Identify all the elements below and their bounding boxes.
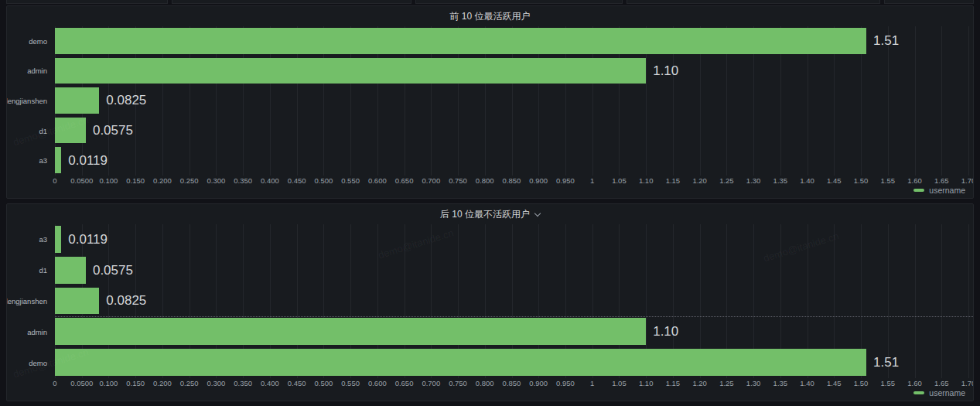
- x-tick-label: 1.50: [854, 176, 869, 185]
- value-label: 0.0119: [68, 153, 108, 169]
- bar-row: d10.0575: [7, 116, 968, 146]
- x-tick-label: 1.10: [639, 176, 654, 185]
- bar[interactable]: [55, 28, 866, 54]
- panel-top-10-active-users: 前 10 位最活跃用户 demo1.51admin1.10dengjianshe…: [6, 5, 974, 199]
- bar-track: 0.0575: [55, 255, 968, 286]
- x-tick-label: 1.30: [746, 379, 761, 387]
- legend-item-username[interactable]: username: [913, 388, 965, 397]
- x-tick-label: 0.300: [207, 379, 226, 387]
- x-tick-label: 0.0500: [70, 379, 93, 387]
- panel-title-top-active[interactable]: 前 10 位最活跃用户: [7, 6, 973, 26]
- clipped-panel: [172, 0, 411, 4]
- x-tick-label: 0.800: [476, 379, 494, 387]
- bar-track: 0.0119: [55, 145, 968, 176]
- x-tick-label: 0.900: [529, 379, 548, 387]
- category-label: a3: [7, 145, 55, 176]
- bar-track: 0.0119: [55, 224, 968, 255]
- bar[interactable]: [55, 58, 646, 84]
- x-tick-label: 0: [53, 176, 56, 185]
- bar[interactable]: [55, 349, 866, 376]
- x-tick-label: 0.400: [261, 176, 279, 185]
- x-tick-label: 0.850: [503, 379, 521, 387]
- x-tick-label: 0.450: [288, 379, 306, 387]
- x-tick-label: 1.35: [773, 379, 788, 387]
- x-tick-label: 0.550: [341, 379, 360, 387]
- x-tick-label: 1.15: [666, 176, 681, 185]
- x-tick-label: 0.350: [234, 379, 252, 387]
- category-label: demo: [7, 347, 55, 378]
- bar[interactable]: [55, 87, 99, 114]
- bar-row: admin1.10: [7, 316, 968, 347]
- x-tick-label: 0.300: [207, 176, 226, 185]
- x-tick-label: 0.500: [314, 379, 333, 387]
- x-tick-label: 1.45: [827, 379, 842, 387]
- x-tick-label: 0.100: [100, 176, 118, 185]
- bar-chart-top-active: demo1.51admin1.10dengjianshen0.0825d10.0…: [7, 26, 973, 198]
- legend-item-username[interactable]: username: [913, 186, 965, 195]
- x-axis: 00.05000.1000.1500.2000.2500.3000.3500.4…: [55, 378, 968, 388]
- x-tick-label: 1.40: [800, 379, 814, 387]
- x-tick-label: 0.100: [100, 379, 118, 387]
- value-label: 1.51: [873, 33, 899, 49]
- bar-row: demo1.51: [7, 26, 968, 56]
- value-label: 1.51: [873, 355, 899, 370]
- bar-rows: demo1.51admin1.10dengjianshen0.0825d10.0…: [7, 26, 968, 176]
- bar-row: d10.0575: [7, 255, 968, 286]
- bar[interactable]: [55, 118, 86, 144]
- legend-color-swatch-icon: [913, 189, 924, 192]
- x-tick-label: 0.400: [261, 379, 279, 387]
- category-label: dengjianshen: [7, 286, 55, 317]
- x-tick-label: 0.200: [153, 176, 172, 185]
- panel-title-text: 前 10 位最活跃用户: [449, 10, 530, 23]
- x-tick-label: 1.25: [719, 176, 734, 185]
- value-label: 0.0825: [106, 93, 146, 108]
- bar[interactable]: [55, 288, 99, 315]
- category-label: demo: [7, 26, 55, 56]
- panel-title-bottom-inactive[interactable]: 后 10 位最不活跃用户: [7, 204, 973, 224]
- x-tick-label: 1.35: [773, 176, 788, 185]
- x-tick-label: 0.850: [503, 176, 521, 185]
- bar[interactable]: [55, 147, 61, 173]
- category-label: admin: [7, 316, 55, 347]
- bar[interactable]: [55, 257, 86, 284]
- bar-row: admin1.10: [7, 56, 968, 87]
- x-tick-label: 1.20: [692, 379, 707, 387]
- bar-row: dengjianshen0.0825: [7, 86, 968, 116]
- x-tick-label: 0.250: [180, 176, 199, 185]
- panel-title-text: 后 10 位最不活跃用户: [440, 208, 530, 221]
- bar-track: 1.51: [55, 26, 968, 56]
- bar[interactable]: [55, 318, 646, 345]
- clipped-panel-row: [6, 0, 974, 4]
- value-label: 0.0575: [93, 123, 133, 138]
- x-tick-label: 0.750: [449, 379, 467, 387]
- x-tick-label: 0.650: [395, 379, 414, 387]
- category-label: a3: [7, 224, 55, 255]
- x-tick-label: 1.15: [666, 379, 681, 387]
- panel-bottom-10-inactive-users: 后 10 位最不活跃用户 a30.0119d10.0575dengjianshe…: [6, 203, 974, 401]
- x-tick-label: 0.500: [314, 176, 333, 185]
- x-tick-label: 0.350: [234, 176, 252, 185]
- category-label: dengjianshen: [7, 86, 55, 116]
- clipped-panel: [884, 0, 974, 4]
- category-label: d1: [7, 116, 55, 146]
- x-tick-label: 0.600: [368, 379, 387, 387]
- x-tick-label: 0.700: [422, 176, 440, 185]
- clipped-panel: [6, 0, 168, 4]
- x-tick-label: 0.700: [422, 379, 440, 387]
- bar[interactable]: [55, 226, 61, 253]
- clipped-panel: [627, 0, 880, 4]
- x-tick-label: 1.25: [719, 379, 734, 387]
- value-label: 1.10: [653, 63, 678, 79]
- bar-row: dengjianshen0.0825: [7, 286, 968, 317]
- x-tick-label: 1.50: [854, 379, 869, 387]
- x-tick-label: 1.05: [612, 379, 627, 387]
- x-tick-label: 1.05: [612, 176, 627, 185]
- value-label: 0.0825: [106, 293, 146, 309]
- x-tick-label: 1.30: [746, 176, 761, 185]
- x-tick-label: 0.0500: [70, 176, 93, 185]
- x-tick-label: 1.70: [961, 379, 974, 387]
- x-tick-label: 1.40: [800, 176, 814, 185]
- bar-track: 1.10: [55, 56, 968, 87]
- category-label: d1: [7, 255, 55, 286]
- x-tick-label: 1.60: [907, 176, 922, 185]
